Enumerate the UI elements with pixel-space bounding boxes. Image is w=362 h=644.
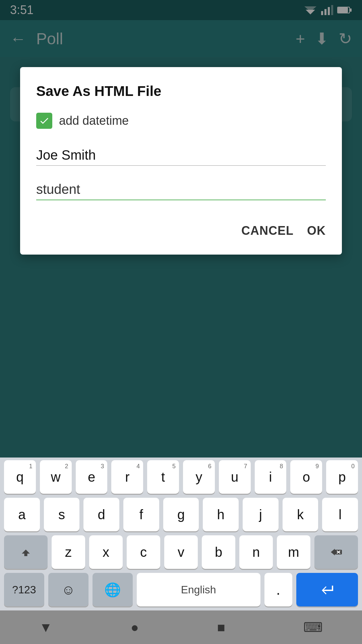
key-v[interactable]: v [164,535,198,569]
key-c[interactable]: c [127,535,160,569]
globe-key[interactable]: 🌐 [93,573,133,606]
key-p[interactable]: p0 [326,460,358,494]
emoji-key[interactable]: ☺ [48,573,88,606]
save-dialog: Save As HTML File add datetime CANCEL OK [20,67,342,255]
name-field[interactable] [36,145,326,166]
check-icon [39,115,50,126]
key-s[interactable]: s [44,498,80,531]
enter-icon [320,584,335,596]
cancel-button[interactable]: CANCEL [241,220,294,241]
shift-icon [20,546,32,558]
shift-key[interactable] [4,535,48,569]
enter-key[interactable] [296,573,358,606]
key-i[interactable]: i8 [255,460,287,494]
keyboard-row-3: z x c v b n m [0,535,362,569]
key-g[interactable]: g [163,498,199,531]
checkbox-row[interactable]: add datetime [36,113,326,129]
backspace-key[interactable] [314,535,358,569]
key-e[interactable]: e3 [76,460,108,494]
key-o[interactable]: o9 [290,460,322,494]
dialog-buttons: CANCEL OK [36,220,326,241]
keyboard-row-1: q1 w2 e3 r4 t5 y6 u7 i8 o9 p0 [0,460,362,494]
key-f[interactable]: f [123,498,159,531]
period-key[interactable]: . [264,573,292,606]
num-sym-key[interactable]: ?123 [4,573,44,606]
key-w[interactable]: w2 [40,460,72,494]
key-r[interactable]: r4 [111,460,143,494]
checkbox-label: add datetime [59,114,129,128]
key-j[interactable]: j [243,498,279,531]
key-d[interactable]: d [83,498,119,531]
key-h[interactable]: h [203,498,239,531]
key-l[interactable]: l [322,498,358,531]
key-y[interactable]: y6 [183,460,215,494]
keyboard-row-4: ?123 ☺ 🌐 English . [0,573,362,606]
key-a[interactable]: a [4,498,40,531]
key-m[interactable]: m [277,535,310,569]
key-q[interactable]: q1 [4,460,36,494]
key-z[interactable]: z [52,535,85,569]
key-t[interactable]: t5 [147,460,179,494]
keyboard: q1 w2 e3 r4 t5 y6 u7 i8 o9 p0 a s d f g … [0,458,362,610]
backspace-icon [329,547,343,557]
key-b[interactable]: b [202,535,235,569]
keyboard-row-2: a s d f g h j k l [0,498,362,531]
key-u[interactable]: u7 [219,460,251,494]
role-field[interactable] [36,179,326,200]
key-k[interactable]: k [283,498,318,531]
ok-button[interactable]: OK [307,220,326,241]
key-x[interactable]: x [89,535,123,569]
datetime-checkbox[interactable] [36,113,52,129]
key-n[interactable]: n [239,535,273,569]
space-key[interactable]: English [137,573,260,606]
dialog-title: Save As HTML File [36,83,326,99]
